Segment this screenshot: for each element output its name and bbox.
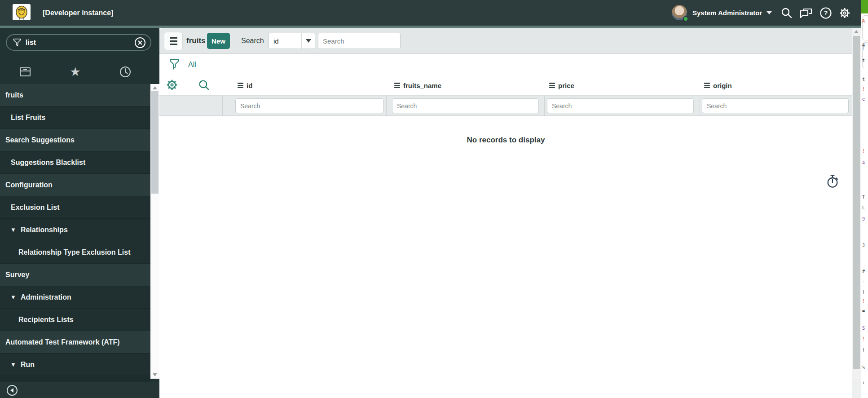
banner: [Developer instance] System Administrato… bbox=[0, 0, 861, 26]
list-context-menu-button[interactable] bbox=[164, 32, 183, 50]
user-avatar[interactable] bbox=[672, 5, 688, 21]
application-navigator: ★ fruits List Fruits Search Suggestions … bbox=[0, 28, 159, 398]
list-title: fruits bbox=[186, 28, 206, 54]
nav-section-search-suggestions[interactable]: Search Suggestions bbox=[0, 129, 150, 151]
chat-icon[interactable] bbox=[798, 5, 814, 21]
nav-item-suggestions-blacklist[interactable]: Suggestions Blacklist bbox=[0, 151, 150, 174]
nav-item-recipients-lists[interactable]: Recipients Lists bbox=[0, 309, 150, 331]
scroll-up-arrow[interactable] bbox=[153, 86, 157, 89]
background-text-fragment: - bbox=[862, 137, 865, 142]
nav-item-list-fruits[interactable]: List Fruits bbox=[0, 106, 150, 129]
funnel-icon bbox=[13, 38, 21, 47]
nav-section-configuration[interactable]: Configuration bbox=[0, 174, 150, 196]
scroll-down-arrow[interactable] bbox=[153, 373, 157, 376]
column-menu-icon[interactable] bbox=[238, 83, 243, 88]
nav-item-run[interactable]: ▼Run bbox=[0, 354, 150, 376]
scrollbar-thumb[interactable] bbox=[853, 36, 860, 369]
background-text-fragment: - bbox=[862, 279, 865, 284]
all-applications-icon[interactable] bbox=[12, 66, 39, 78]
background-text-fragment: T bbox=[862, 195, 865, 199]
background-text-fragment: # bbox=[862, 270, 865, 274]
navigator-scrollbar[interactable] bbox=[150, 84, 159, 379]
background-text-fragment: + bbox=[862, 381, 865, 385]
stopwatch-icon[interactable] bbox=[826, 174, 839, 189]
background-text-fragment: 4 bbox=[862, 161, 865, 165]
list-panel: fruits New Search id All bbox=[159, 28, 852, 398]
background-text-fragment: ( bbox=[862, 348, 865, 352]
column-header-id[interactable]: id bbox=[238, 75, 252, 95]
background-text-fragment: t bbox=[862, 77, 865, 82]
collapse-navigator-icon[interactable] bbox=[6, 385, 18, 396]
background-text-fragment: A bbox=[862, 19, 865, 23]
background-text-fragment: 4 bbox=[862, 43, 865, 48]
background-text-fragment: 9 bbox=[862, 217, 865, 221]
nav-item-relationships[interactable]: ▼Relationships bbox=[0, 219, 150, 241]
column-search-price[interactable] bbox=[547, 98, 694, 113]
column-search-fruits-name[interactable] bbox=[392, 98, 539, 113]
nav-item-administration[interactable]: ▼Administration bbox=[0, 286, 150, 309]
chevron-down-icon bbox=[306, 39, 311, 43]
background-text-fragment: S bbox=[862, 366, 865, 370]
select-caret-box bbox=[301, 33, 315, 49]
empty-list-message: No records to display bbox=[159, 136, 852, 145]
scroll-up-arrow[interactable] bbox=[854, 30, 859, 33]
navigator-tabs: ★ bbox=[0, 63, 150, 81]
collapse-triangle-icon[interactable]: ▼ bbox=[10, 361, 16, 368]
new-record-button[interactable]: New bbox=[207, 33, 230, 49]
background-text-fragment: t bbox=[862, 58, 865, 63]
background-text-fragment: ! bbox=[862, 87, 865, 92]
column-menu-icon[interactable] bbox=[394, 83, 400, 88]
scrollbar-thumb[interactable] bbox=[151, 91, 159, 194]
background-text-fragment: J bbox=[862, 243, 865, 248]
background-text-fragment: = bbox=[862, 309, 865, 314]
search-field-select[interactable]: id bbox=[269, 33, 315, 49]
favorites-star-icon[interactable]: ★ bbox=[62, 66, 88, 78]
page-scrollbar[interactable] bbox=[852, 28, 861, 379]
column-search-id[interactable] bbox=[235, 98, 383, 113]
nav-section-atf[interactable]: Automated Test Framework (ATF) bbox=[0, 331, 150, 354]
instance-logo[interactable] bbox=[13, 4, 31, 20]
background-text-fragment: ! bbox=[862, 337, 865, 341]
background-text-fragment: S bbox=[862, 326, 865, 331]
collapse-triangle-icon[interactable]: ▼ bbox=[10, 226, 16, 233]
background-text-fragment: ( bbox=[862, 290, 865, 294]
list-settings-gear-icon[interactable] bbox=[165, 78, 179, 92]
instance-title: [Developer instance] bbox=[43, 0, 113, 26]
column-header-fruits-name[interactable]: fruits_name bbox=[394, 75, 441, 95]
presence-dot bbox=[683, 16, 688, 22]
nav-item-exclusion-list[interactable]: Exclusion List bbox=[0, 196, 150, 219]
clear-filter-icon[interactable] bbox=[134, 37, 146, 49]
background-text-fragment: e bbox=[862, 97, 865, 102]
list-toolbar: fruits New Search id bbox=[159, 28, 852, 54]
column-menu-icon[interactable] bbox=[704, 83, 710, 88]
filter-funnel-icon[interactable] bbox=[169, 58, 180, 70]
navigator-filter[interactable] bbox=[6, 34, 151, 51]
list-search-input[interactable] bbox=[318, 33, 401, 49]
gear-icon[interactable] bbox=[837, 5, 852, 21]
nav-section-fruits[interactable]: fruits bbox=[0, 84, 150, 106]
background-window-edge: A[4tt!e-!4TL9J#-(!=S!(S+ bbox=[861, 0, 868, 398]
help-icon[interactable]: ? bbox=[818, 5, 833, 21]
column-header-origin[interactable]: origin bbox=[704, 75, 732, 95]
column-header-price[interactable]: price bbox=[549, 75, 574, 95]
collapse-triangle-icon[interactable]: ▼ bbox=[10, 294, 16, 301]
history-clock-icon[interactable] bbox=[112, 66, 139, 78]
column-menu-icon[interactable] bbox=[549, 83, 555, 88]
background-text-fragment: ! bbox=[862, 149, 865, 154]
nav-section-survey[interactable]: Survey bbox=[0, 264, 150, 286]
filter-breadcrumb-row: All bbox=[159, 54, 852, 75]
column-search-row bbox=[159, 95, 852, 116]
navigator-filter-input[interactable] bbox=[26, 39, 134, 47]
background-window-green-header bbox=[861, 0, 868, 13]
user-menu[interactable]: System Administrator bbox=[692, 0, 772, 26]
navigator-footer bbox=[0, 382, 159, 398]
global-search-icon[interactable] bbox=[779, 5, 794, 21]
table-header-row: id fruits_name price origin bbox=[159, 75, 852, 95]
svg-text:?: ? bbox=[824, 9, 828, 17]
nav-item-relationship-type-exclusion-list[interactable]: Relationship Type Exclusion List bbox=[0, 241, 150, 264]
column-search-toggle-icon[interactable] bbox=[198, 79, 210, 91]
background-text-fragment: L bbox=[862, 206, 865, 210]
column-search-origin[interactable] bbox=[702, 98, 849, 113]
breadcrumb-all-link[interactable]: All bbox=[188, 54, 196, 75]
search-field-value: id bbox=[269, 37, 301, 45]
